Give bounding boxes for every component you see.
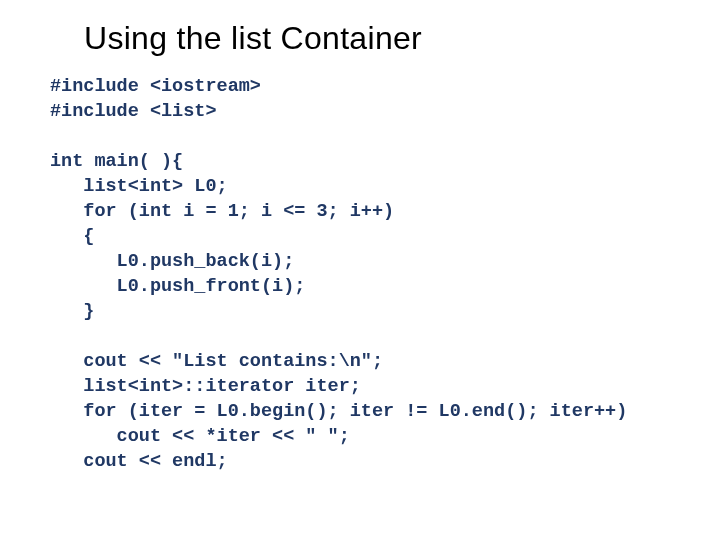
code-line: cout << endl; [50, 451, 228, 472]
code-line: #include <iostream> [50, 76, 261, 97]
code-line: for (iter = L0.begin(); iter != L0.end()… [50, 401, 627, 422]
code-line: cout << *iter << " "; [50, 426, 350, 447]
code-line: L0.push_front(i); [50, 276, 305, 297]
code-block: #include <iostream> #include <list> int … [50, 75, 670, 475]
page-title: Using the list Container [84, 20, 670, 57]
code-line: list<int> L0; [50, 176, 228, 197]
code-line: } [50, 301, 94, 322]
code-line: list<int>::iterator iter; [50, 376, 361, 397]
code-line: cout << "List contains:\n"; [50, 351, 383, 372]
code-line: for (int i = 1; i <= 3; i++) [50, 201, 394, 222]
code-line: int main( ){ [50, 151, 183, 172]
code-line: { [50, 226, 94, 247]
slide: Using the list Container #include <iostr… [0, 0, 720, 495]
code-line: L0.push_back(i); [50, 251, 294, 272]
code-line: #include <list> [50, 101, 217, 122]
